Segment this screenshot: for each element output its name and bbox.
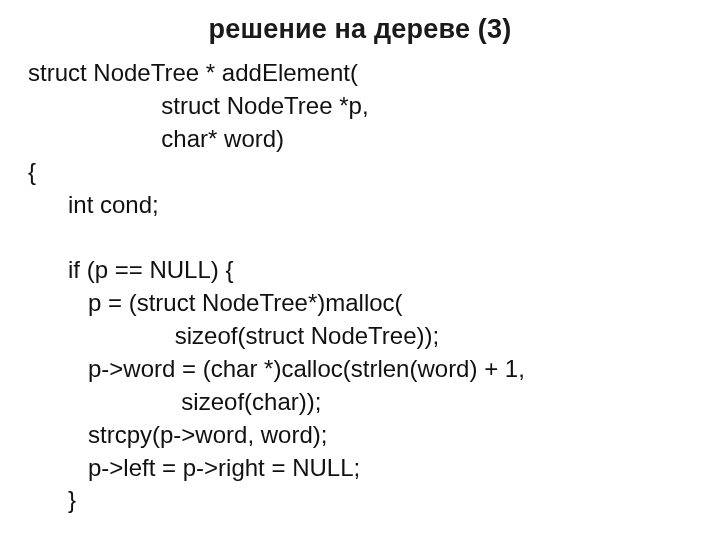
code-line: struct NodeTree * addElement(: [28, 59, 358, 86]
code-block: struct NodeTree * addElement( struct Nod…: [28, 57, 692, 517]
code-line: {: [28, 158, 36, 185]
code-line: sizeof(char));: [28, 388, 321, 415]
code-line: struct NodeTree *p,: [28, 92, 369, 119]
code-line: sizeof(struct NodeTree));: [28, 322, 439, 349]
code-line: p->left = p->right = NULL;: [28, 454, 360, 481]
code-line: if (p == NULL) {: [28, 256, 233, 283]
slide-title: решение на дереве (3): [28, 14, 692, 45]
code-line: p = (struct NodeTree*)malloc(: [28, 289, 403, 316]
code-line: strcpy(p->word, word);: [28, 421, 327, 448]
code-line: char* word): [28, 125, 284, 152]
slide: решение на дереве (3) struct NodeTree * …: [0, 0, 720, 540]
code-line: }: [28, 486, 76, 513]
code-line: p->word = (char *)calloc(strlen(word) + …: [28, 355, 525, 382]
code-line: int cond;: [28, 191, 159, 218]
